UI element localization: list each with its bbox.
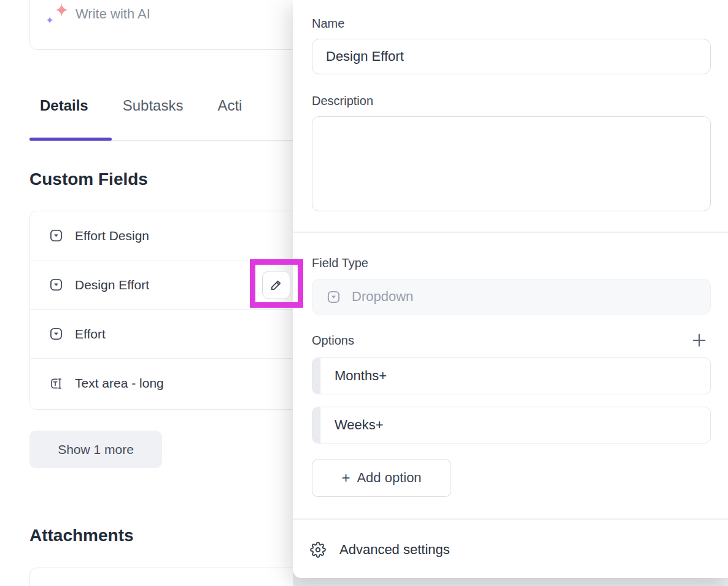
option-value: Months+ xyxy=(335,368,387,384)
edit-field-panel: Name Description Field Type Dropdown Opt… xyxy=(293,0,728,578)
field-type-label: Field Type xyxy=(312,256,368,270)
pencil-icon xyxy=(269,278,283,292)
option-row-months[interactable]: Months+ xyxy=(312,357,711,394)
field-name: Effort xyxy=(75,327,106,342)
tab-activity[interactable]: Acti xyxy=(217,97,242,114)
option-drag-handle[interactable] xyxy=(312,358,320,394)
description-input[interactable] xyxy=(312,116,711,211)
name-label: Name xyxy=(312,17,344,31)
section-divider xyxy=(293,232,728,233)
field-type-value: Dropdown xyxy=(352,289,413,305)
advanced-settings-row[interactable]: Advanced settings xyxy=(293,529,728,570)
edit-field-button[interactable] xyxy=(262,271,290,299)
attachments-dropzone[interactable] xyxy=(29,568,307,586)
field-name: Effort Design xyxy=(75,229,149,243)
name-input[interactable] xyxy=(312,39,711,74)
show-more-button[interactable]: Show 1 more xyxy=(29,431,162,468)
field-name: Design Effort xyxy=(75,278,149,292)
field-row-text-area-long[interactable]: Text area - long xyxy=(30,359,306,408)
description-label: Description xyxy=(312,94,373,108)
write-with-ai-box[interactable]: ✦ ✦ Write with AI xyxy=(29,0,307,50)
text-area-field-icon xyxy=(49,377,63,391)
task-tabs: Details Subtasks Acti xyxy=(40,97,242,114)
option-row-weeks[interactable]: Weeks+ xyxy=(312,407,711,443)
add-option-label: Add option xyxy=(357,470,421,486)
field-row-effort[interactable]: Effort xyxy=(30,310,306,359)
field-type-select: Dropdown xyxy=(312,279,711,314)
active-tab-underline xyxy=(29,138,112,141)
gear-icon xyxy=(310,542,326,558)
attachments-heading: Attachments xyxy=(29,526,134,545)
tab-subtasks[interactable]: Subtasks xyxy=(123,97,184,114)
advanced-settings-label: Advanced settings xyxy=(339,542,450,558)
custom-fields-heading: Custom Fields xyxy=(29,170,148,189)
add-option-plus-icon[interactable] xyxy=(691,332,708,349)
options-label: Options xyxy=(312,334,354,348)
tab-details[interactable]: Details xyxy=(40,97,88,114)
option-drag-handle[interactable] xyxy=(312,407,320,443)
dropdown-type-icon xyxy=(327,290,341,304)
plus-icon: + xyxy=(341,471,350,485)
write-with-ai-label: Write with AI xyxy=(76,6,150,22)
dropdown-field-icon xyxy=(49,327,63,341)
section-divider xyxy=(293,518,728,520)
custom-fields-list: Effort Design Design Effort Effort xyxy=(29,211,307,410)
dropdown-field-icon xyxy=(49,229,63,243)
ai-sparkles-icon: ✦ ✦ xyxy=(44,1,71,27)
option-value: Weeks+ xyxy=(335,417,384,433)
field-row-effort-design[interactable]: Effort Design xyxy=(30,211,306,260)
field-name: Text area - long xyxy=(75,376,164,391)
dropdown-field-icon xyxy=(49,278,63,292)
add-option-button[interactable]: + Add option xyxy=(312,459,451,497)
